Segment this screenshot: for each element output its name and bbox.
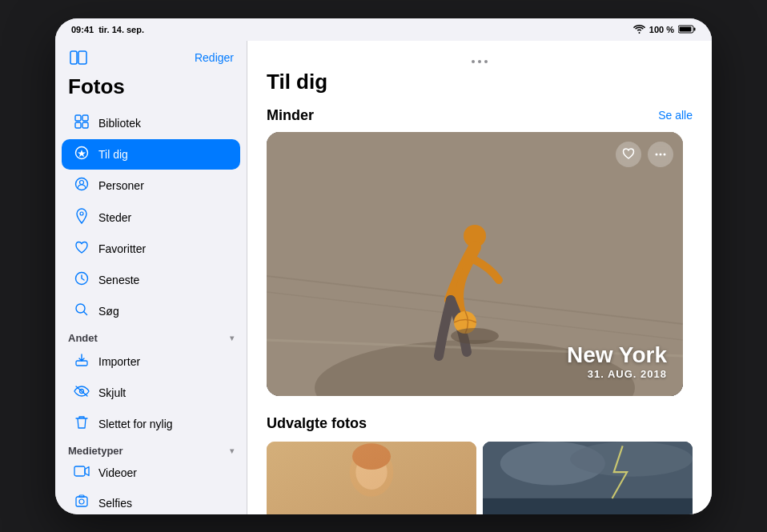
page-title: Til dig — [267, 70, 693, 94]
svg-rect-1 — [694, 28, 696, 31]
sidebar-item-importer[interactable]: Importer — [62, 346, 240, 377]
sidebar-panel-icon — [68, 47, 89, 68]
selfie-icon — [73, 494, 90, 512]
medietyper-section-header[interactable]: Medietyper ▾ — [55, 440, 247, 458]
svg-rect-20 — [79, 495, 84, 498]
time: 09:41 — [71, 25, 94, 34]
svg-point-30 — [656, 153, 658, 155]
andet-label: Andet — [68, 332, 98, 344]
battery-level: 100 % — [649, 25, 674, 34]
wifi-icon — [633, 25, 645, 34]
app-layout: Rediger Fotos Bibliotek — [55, 41, 712, 514]
photos-row — [267, 442, 693, 514]
sidebar-item-bibliotek[interactable]: Bibliotek — [62, 108, 240, 138]
svg-rect-42 — [483, 498, 693, 514]
skjult-label: Skjult — [98, 386, 126, 399]
dot-3 — [484, 60, 488, 63]
video-icon — [73, 466, 90, 480]
star-circle-icon — [73, 146, 90, 163]
favoritter-label: Favoritter — [98, 242, 146, 255]
sidebar-main-nav: Bibliotek Til dig — [55, 107, 247, 327]
photo-thumb-1[interactable] — [267, 442, 476, 514]
selfies-label: Selfies — [98, 497, 132, 510]
eye-slash-icon — [73, 385, 90, 401]
bibliotek-label: Bibliotek — [98, 117, 141, 130]
device-frame: 09:41 tir. 14. sep. 100 % — [55, 18, 712, 514]
svg-rect-8 — [82, 122, 88, 128]
sidebar-item-til-dig[interactable]: Til dig — [62, 139, 240, 170]
svg-rect-6 — [82, 115, 88, 121]
photo-grid-icon — [73, 114, 90, 132]
person-circle-icon — [73, 177, 90, 194]
andet-chevron-icon: ▾ — [230, 334, 234, 342]
udvalgte-fotos-title: Udvalgte fotos — [267, 415, 693, 432]
memory-location: New York — [567, 342, 667, 368]
sidebar-item-slettet[interactable]: Slettet for nylig — [62, 409, 240, 439]
andet-section-header[interactable]: Andet ▾ — [55, 327, 247, 346]
sidebar: Rediger Fotos Bibliotek — [55, 41, 247, 514]
sidebar-item-favoritter[interactable]: Favoritter — [62, 234, 240, 264]
edit-button[interactable]: Rediger — [195, 51, 234, 64]
dot-2 — [478, 60, 481, 63]
videoer-label: Videoer — [98, 466, 137, 479]
sidebar-item-soeg[interactable]: Søg — [62, 296, 240, 326]
trash-icon — [73, 415, 90, 433]
svg-point-29 — [451, 328, 499, 344]
sidebar-item-skjult[interactable]: Skjult — [62, 378, 240, 407]
main-content: Til dig Minder Se alle — [247, 41, 712, 514]
svg-rect-18 — [76, 497, 87, 506]
sidebar-item-selfies[interactable]: Selfies — [62, 488, 240, 514]
photo-thumb-2[interactable] — [483, 442, 693, 514]
battery-icon — [678, 25, 696, 34]
svg-rect-7 — [75, 122, 81, 128]
svg-rect-3 — [70, 51, 77, 64]
sidebar-item-seneste[interactable]: Seneste — [62, 265, 240, 295]
memory-action-buttons — [616, 142, 673, 167]
minder-section-header: Minder Se alle — [267, 107, 693, 124]
sidebar-header: Rediger — [55, 41, 247, 71]
svg-rect-2 — [680, 27, 692, 32]
pin-drop-icon — [73, 208, 90, 227]
sidebar-item-personer[interactable]: Personer — [62, 170, 240, 201]
steder-label: Steder — [98, 211, 131, 224]
svg-point-32 — [664, 153, 666, 155]
status-right: 100 % — [633, 25, 696, 34]
svg-point-11 — [80, 180, 84, 184]
svg-rect-15 — [76, 361, 87, 366]
svg-rect-17 — [74, 466, 85, 476]
search-icon — [73, 302, 90, 320]
medietyper-label: Medietyper — [68, 445, 123, 457]
minder-title: Minder — [267, 107, 314, 124]
import-icon — [73, 353, 90, 370]
svg-rect-4 — [78, 51, 86, 64]
til-dig-label: Til dig — [98, 148, 128, 161]
memory-card[interactable]: New York 31. AUG. 2018 — [267, 132, 683, 396]
soeg-label: Søg — [98, 305, 119, 318]
seneste-label: Seneste — [98, 274, 139, 286]
sidebar-item-videoer[interactable]: Videoer — [62, 459, 240, 486]
dots-bar — [267, 57, 693, 70]
slettet-label: Slettet for nylig — [98, 418, 173, 430]
memory-more-button[interactable] — [648, 142, 673, 167]
memory-date: 31. AUG. 2018 — [567, 368, 667, 380]
medietyper-chevron-icon: ▾ — [230, 446, 234, 455]
dot-1 — [472, 60, 475, 63]
importer-label: Importer — [98, 355, 140, 368]
svg-rect-5 — [75, 115, 81, 121]
memory-heart-button[interactable] — [616, 142, 641, 167]
svg-point-31 — [660, 153, 662, 155]
status-left: 09:41 tir. 14. sep. — [71, 25, 144, 34]
sidebar-item-steder[interactable]: Steder — [62, 202, 240, 234]
date: tir. 14. sep. — [98, 25, 144, 34]
svg-point-41 — [570, 442, 693, 477]
status-bar: 09:41 tir. 14. sep. 100 % — [55, 18, 712, 41]
svg-point-12 — [80, 212, 83, 215]
heart-icon — [73, 241, 90, 258]
memory-text-overlay: New York 31. AUG. 2018 — [567, 342, 667, 380]
personer-label: Personer — [98, 179, 144, 192]
clock-icon — [73, 271, 90, 289]
svg-rect-37 — [267, 442, 476, 514]
see-all-minder-button[interactable]: Se alle — [658, 109, 693, 122]
sidebar-title: Fotos — [55, 71, 247, 107]
svg-point-19 — [79, 499, 84, 504]
